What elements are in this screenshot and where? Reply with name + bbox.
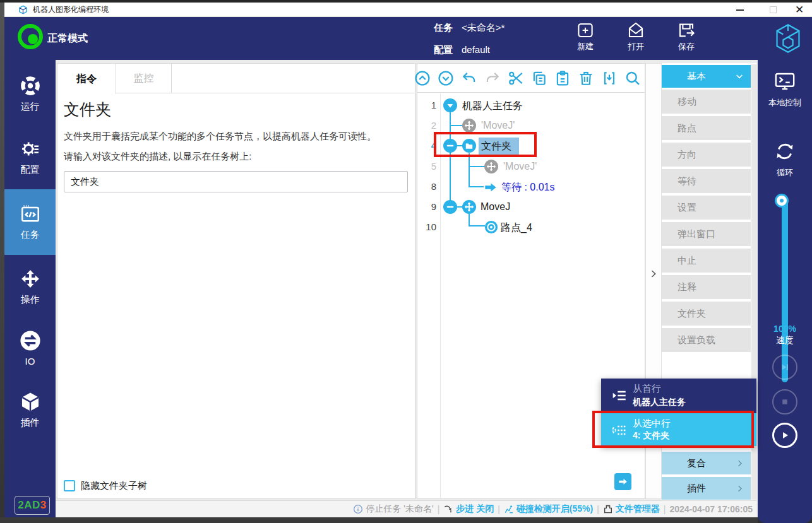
palette-item-payload[interactable]: 设置负载 bbox=[662, 328, 751, 352]
speed-label: 速度 bbox=[758, 335, 812, 346]
sidebar-item-io[interactable]: IO bbox=[4, 330, 56, 367]
step-forward-button[interactable] bbox=[772, 355, 797, 380]
mode-label: 正常模式 bbox=[47, 32, 88, 45]
palette-item-abort[interactable]: 中止 bbox=[662, 249, 751, 273]
scissors-icon bbox=[508, 70, 524, 86]
collapse-minus-icon[interactable] bbox=[443, 200, 457, 214]
hide-subtree-checkbox[interactable] bbox=[64, 480, 75, 491]
palette-item-popup[interactable]: 弹出窗口 bbox=[662, 222, 751, 246]
movej-cyan-icon bbox=[462, 200, 476, 214]
movej-gray-icon bbox=[462, 119, 476, 132]
collapse-minus-icon[interactable] bbox=[443, 139, 457, 153]
redo-button[interactable] bbox=[483, 69, 502, 87]
file-manager-link[interactable]: 文件管理器 bbox=[616, 503, 660, 515]
tab-command[interactable]: 指令 bbox=[57, 64, 116, 94]
task-value: <未命名>* bbox=[462, 22, 505, 33]
tree-row-movej-1[interactable]: 'MoveJ' bbox=[481, 120, 515, 131]
tree-line-movej bbox=[469, 213, 470, 226]
palette-group-composite[interactable]: 复合 bbox=[662, 452, 751, 474]
copy-button[interactable] bbox=[530, 69, 549, 87]
sidebar-item-operate[interactable]: 操作 bbox=[4, 268, 56, 306]
minimize-icon bbox=[736, 9, 744, 11]
tree-row-movej-3[interactable]: MoveJ bbox=[481, 201, 510, 213]
folder-description-line2: 请输入对该文件夹的描述, 以显示在任务树上: bbox=[64, 151, 252, 163]
step-forward-icon bbox=[779, 361, 791, 373]
tree-row-movej-2[interactable]: 'MoveJ' bbox=[503, 161, 537, 172]
palette-group-basic[interactable]: 基本 bbox=[662, 65, 751, 88]
circle-down-icon bbox=[438, 70, 454, 86]
save-button[interactable]: 保存 bbox=[667, 21, 705, 57]
stop-task-status: 停止任务 '未命名' bbox=[366, 503, 433, 515]
move-arrows-icon bbox=[20, 268, 41, 290]
config-label: 配置 bbox=[434, 44, 453, 55]
tree-row-main-task[interactable]: 机器人主任务 bbox=[462, 100, 523, 113]
terminal-icon bbox=[773, 71, 796, 92]
paste-button[interactable] bbox=[553, 69, 572, 87]
maximize-button[interactable] bbox=[762, 3, 784, 17]
insert-button[interactable] bbox=[600, 69, 619, 87]
expand-icon[interactable] bbox=[443, 98, 457, 112]
run-from-selected-title: 从选中行 bbox=[633, 418, 671, 430]
tree-row-waypoint[interactable]: 路点_4 bbox=[501, 221, 532, 235]
tree-row-wait[interactable]: 等待 : 0.01s bbox=[501, 181, 554, 194]
palette-item-direction[interactable]: 方向 bbox=[662, 143, 751, 167]
close-icon: ✕ bbox=[795, 4, 804, 15]
cut-button[interactable] bbox=[506, 69, 525, 87]
run-icon bbox=[20, 75, 41, 97]
stop-button[interactable] bbox=[772, 389, 797, 414]
sidebar-item-task[interactable]: 任务 bbox=[4, 203, 56, 241]
trash-icon bbox=[578, 70, 594, 86]
speed-slider-knob[interactable] bbox=[777, 196, 787, 206]
jump-to-selection-button[interactable] bbox=[614, 473, 631, 490]
local-control-label: 本地控制 bbox=[758, 97, 812, 109]
new-button[interactable]: 新建 bbox=[566, 21, 604, 57]
local-control-button[interactable]: 本地控制 bbox=[758, 71, 812, 109]
sidebar-item-run[interactable]: 运行 bbox=[4, 75, 56, 113]
mode-status-icon[interactable] bbox=[18, 24, 43, 49]
step-mode-status[interactable]: 步进 关闭 bbox=[456, 503, 494, 515]
folder-name-input[interactable] bbox=[64, 171, 408, 192]
dotted-list-play-icon bbox=[611, 422, 628, 438]
maximize-icon bbox=[770, 6, 777, 13]
run-from-first-row[interactable]: 从首行 机器人主任务 bbox=[601, 379, 756, 413]
brand-cube-icon bbox=[773, 23, 803, 54]
palette-item-waypoint[interactable]: 路点 bbox=[662, 116, 751, 140]
right-sidebar: 本地控制 循环 100% 速度 bbox=[758, 60, 812, 523]
step-mode-icon bbox=[443, 504, 453, 514]
sidebar-item-config[interactable]: 配置 bbox=[4, 138, 56, 176]
close-button[interactable]: ✕ bbox=[789, 3, 810, 17]
right-arrow-icon bbox=[618, 476, 628, 487]
folder-icon bbox=[462, 139, 476, 153]
run-from-selected-row[interactable]: 从选中行 4: 文件夹 bbox=[601, 413, 756, 446]
search-button[interactable] bbox=[623, 69, 642, 87]
tab-monitor[interactable]: 监控 bbox=[116, 64, 172, 93]
minimize-button[interactable] bbox=[729, 3, 751, 17]
row-number: 8 bbox=[417, 181, 436, 192]
palette-item-set[interactable]: 设置 bbox=[662, 196, 751, 220]
collision-detection-status[interactable]: 碰撞检测开启(55%) bbox=[516, 503, 593, 515]
delete-button[interactable] bbox=[576, 69, 595, 87]
palette-item-folder[interactable]: 文件夹 bbox=[662, 302, 751, 326]
sidebar-item-plugin[interactable]: 插件 bbox=[4, 391, 56, 429]
speed-value: 100% bbox=[758, 324, 812, 334]
play-button[interactable] bbox=[772, 423, 797, 448]
palette-item-wait[interactable]: 等待 bbox=[662, 169, 751, 193]
palette-item-comment[interactable]: 注释 bbox=[662, 275, 751, 299]
loop-button[interactable]: 循环 bbox=[758, 141, 812, 179]
window-title: 机器人图形化编程环境 bbox=[33, 4, 109, 15]
undo-button[interactable] bbox=[460, 69, 479, 87]
instruction-panel: 指令 监控 文件夹 文件夹用于囊括完成某个功能的多个任务节点，以提高机器人任务可… bbox=[57, 63, 415, 499]
row-number: 4 bbox=[417, 140, 436, 151]
palette-item-move[interactable]: 移动 bbox=[662, 90, 751, 114]
run-from-popup: 从首行 机器人主任务 从选中行 4: 文件夹 bbox=[601, 379, 756, 446]
palette-group-plugin[interactable]: 插件 bbox=[662, 477, 751, 500]
move-down-button[interactable] bbox=[436, 69, 455, 87]
tree-row-folder-selected[interactable]: 文件夹 bbox=[481, 140, 511, 153]
list-play-icon bbox=[611, 387, 628, 404]
waypoint-icon bbox=[484, 220, 498, 234]
row-number: 9 bbox=[417, 201, 436, 212]
move-up-button[interactable] bbox=[413, 69, 432, 87]
config-row: 配置default bbox=[434, 44, 490, 56]
tree-line-stub-8 bbox=[469, 186, 484, 187]
open-button[interactable]: 打开 bbox=[617, 21, 655, 57]
